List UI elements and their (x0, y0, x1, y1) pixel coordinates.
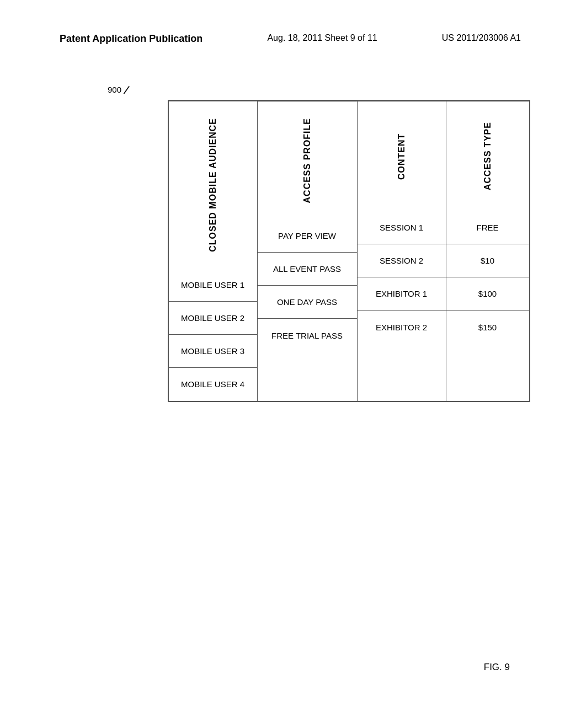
col1-row1: MOBILE USER 1 (169, 269, 257, 302)
col1-header: CLOSED MOBILE AUDIENCE (169, 101, 257, 269)
col4-row3: $100 (446, 277, 529, 311)
table-col-audience: CLOSED MOBILE AUDIENCE MOBILE USER 1 MOB… (169, 101, 258, 401)
col3-row2: SESSION 2 (358, 244, 446, 277)
col2-row1: PAY PER VIEW (258, 220, 357, 253)
publication-number: US 2011/203006 A1 (442, 33, 521, 43)
col2-header: ACCESS PROFILE (258, 101, 357, 220)
col4-row1: FREE (446, 211, 529, 244)
col4-header: ACCESS TYPE (446, 101, 529, 211)
reference-number: 900 (108, 85, 121, 94)
col4-row2: $10 (446, 244, 529, 277)
col2-row4: FREE TRIAL PASS (258, 319, 357, 352)
col2-row3: ONE DAY PASS (258, 286, 357, 319)
publication-title: Patent Application Publication (60, 33, 202, 45)
table-col-access-profile: ACCESS PROFILE PAY PER VIEW ALL EVENT PA… (258, 101, 358, 401)
page-header: Patent Application Publication Aug. 18, … (0, 0, 565, 56)
col3-row1: SESSION 1 (358, 211, 446, 244)
figure-label: FIG. 9 (484, 662, 510, 673)
col1-row3: MOBILE USER 3 (169, 335, 257, 368)
col2-row2: ALL EVENT PASS (258, 253, 357, 286)
main-content: 900 / CLOSED MOBILE AUDIENCE MOBILE USER… (0, 100, 565, 402)
table-col-content: CONTENT SESSION 1 SESSION 2 EXHIBITOR 1 … (358, 101, 446, 401)
col3-header: CONTENT (358, 101, 446, 211)
data-table: CLOSED MOBILE AUDIENCE MOBILE USER 1 MOB… (168, 100, 530, 402)
col3-row3: EXHIBITOR 1 (358, 277, 446, 311)
diagram-reference-label: 900 / (108, 83, 128, 98)
reference-arrow: / (122, 83, 131, 98)
publication-date-sheet: Aug. 18, 2011 Sheet 9 of 11 (267, 33, 377, 43)
col3-row4: EXHIBITOR 2 (358, 311, 446, 344)
table-col-access-type: ACCESS TYPE FREE $10 $100 $150 (446, 101, 529, 401)
col1-row2: MOBILE USER 2 (169, 302, 257, 335)
col4-row4: $150 (446, 311, 529, 344)
col1-row4: MOBILE USER 4 (169, 368, 257, 401)
